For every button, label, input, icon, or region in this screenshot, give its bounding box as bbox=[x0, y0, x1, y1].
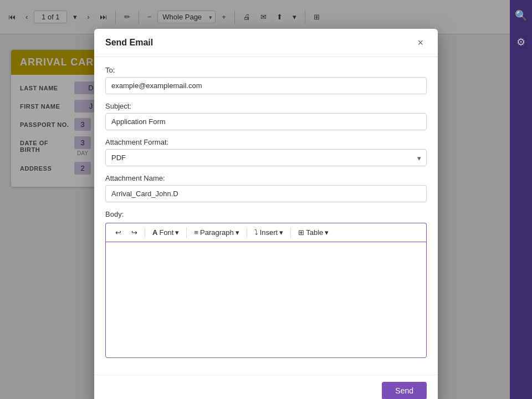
paragraph-chevron: ▾ bbox=[236, 228, 239, 237]
font-button[interactable]: A Font ▾ bbox=[147, 226, 184, 239]
editor-toolbar: ↩ ↪ A Font ▾ ≡ Paragraph ▾ ⤵ Insert bbox=[105, 223, 427, 242]
editor-area[interactable] bbox=[105, 242, 427, 358]
toolbar-divider-2 bbox=[186, 227, 187, 238]
body-label: Body: bbox=[105, 210, 427, 218]
insert-chevron: ▾ bbox=[279, 228, 283, 237]
table-icon: ⊞ bbox=[298, 228, 304, 237]
paragraph-button[interactable]: ≡ Paragraph ▾ bbox=[189, 226, 244, 239]
insert-icon: ⤵ bbox=[254, 228, 258, 237]
paragraph-icon: ≡ bbox=[194, 228, 198, 237]
to-group: To: bbox=[105, 66, 427, 94]
subject-input[interactable] bbox=[105, 113, 427, 130]
modal-title: Send Email bbox=[105, 38, 153, 48]
attachment-format-group: Attachment Format: PDF Word Excel ▾ bbox=[105, 138, 427, 166]
settings-icon[interactable]: ⚙ bbox=[512, 33, 530, 51]
attachment-name-group: Attachment Name: bbox=[105, 174, 427, 202]
modal-close-button[interactable]: × bbox=[414, 37, 427, 49]
font-label: Font bbox=[159, 228, 173, 237]
body-group: Body: ↩ ↪ A Font ▾ ≡ Paragraph ▾ bbox=[105, 210, 427, 358]
undo-button[interactable]: ↩ bbox=[110, 226, 126, 239]
modal-footer: Send bbox=[94, 375, 438, 399]
attachment-format-wrapper: PDF Word Excel ▾ bbox=[105, 149, 427, 166]
insert-label: Insert bbox=[260, 228, 278, 237]
redo-button[interactable]: ↪ bbox=[126, 226, 142, 239]
toolbar-divider-1 bbox=[145, 227, 145, 238]
attachment-name-label: Attachment Name: bbox=[105, 174, 427, 182]
toolbar-divider-3 bbox=[247, 227, 247, 238]
table-button[interactable]: ⊞ Table ▾ bbox=[293, 226, 334, 239]
subject-group: Subject: bbox=[105, 102, 427, 130]
subject-label: Subject: bbox=[105, 102, 427, 110]
send-button[interactable]: Send bbox=[382, 382, 427, 399]
table-label: Table bbox=[306, 228, 323, 237]
toolbar-divider-4 bbox=[290, 227, 291, 238]
font-icon: A bbox=[152, 228, 157, 237]
font-chevron: ▾ bbox=[175, 228, 179, 237]
attachment-format-label: Attachment Format: bbox=[105, 138, 427, 146]
attachment-format-select[interactable]: PDF Word Excel bbox=[105, 149, 427, 166]
to-input[interactable] bbox=[105, 77, 427, 94]
paragraph-label: Paragraph bbox=[200, 228, 234, 237]
attachment-name-input[interactable] bbox=[105, 185, 427, 202]
search-icon[interactable]: 🔍 bbox=[512, 7, 530, 24]
table-chevron: ▾ bbox=[325, 228, 329, 237]
send-email-modal: Send Email × To: Subject: Attachment For… bbox=[94, 29, 438, 399]
insert-button[interactable]: ⤵ Insert ▾ bbox=[249, 226, 289, 239]
right-sidebar: 🔍 ⚙ bbox=[510, 0, 532, 399]
modal-body: To: Subject: Attachment Format: PDF Word… bbox=[94, 57, 438, 375]
modal-header: Send Email × bbox=[94, 29, 438, 57]
to-label: To: bbox=[105, 66, 427, 74]
